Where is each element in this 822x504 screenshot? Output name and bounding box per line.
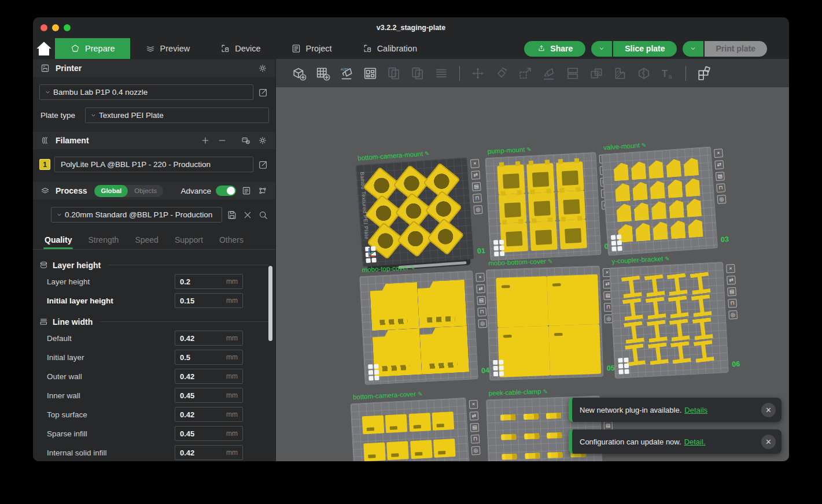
tab-quality[interactable]: Quality: [36, 232, 80, 249]
rename-plate-icon[interactable]: ✎: [665, 255, 670, 262]
tab-preview[interactable]: Preview: [130, 38, 205, 59]
plate-bottom-camera-cover[interactable]: bottom-camera-cover✎×⇄▤⊓◎: [351, 398, 471, 461]
rename-plate-icon[interactable]: ✎: [526, 146, 532, 153]
plate-number[interactable]: 04: [481, 366, 490, 375]
toolbar-add-plate-button[interactable]: [314, 64, 332, 83]
printer-preset-select[interactable]: Bambu Lab P1P 0.4 nozzle: [39, 84, 253, 100]
plate-settings-icon[interactable]: ◎: [728, 310, 738, 320]
model-object[interactable]: [528, 192, 556, 222]
model-object[interactable]: [524, 413, 539, 420]
process-list-button[interactable]: [241, 185, 252, 197]
model-object[interactable]: [616, 203, 632, 223]
model-object[interactable]: [363, 442, 386, 461]
tab-others[interactable]: Others: [211, 232, 252, 249]
slice-plate-dropdown-button[interactable]: [591, 41, 612, 57]
plate-arrange-icon[interactable]: ▤: [477, 296, 486, 305]
add-filament-button[interactable]: [200, 135, 211, 146]
model-object[interactable]: [427, 218, 465, 255]
plate-close-icon[interactable]: ×: [726, 264, 735, 273]
model-object[interactable]: [686, 198, 702, 217]
model-object[interactable]: [497, 326, 550, 377]
ams-sync-button[interactable]: [240, 135, 252, 146]
model-object[interactable]: [666, 159, 681, 178]
param-value-field[interactable]: 0.42mm: [175, 369, 243, 384]
home-button[interactable]: [33, 38, 55, 59]
model-object[interactable]: [385, 414, 408, 433]
plate-number[interactable]: 05: [607, 364, 615, 372]
tab-strength[interactable]: Strength: [80, 232, 127, 249]
filament-slot-badge[interactable]: 1: [39, 159, 50, 170]
model-object[interactable]: [614, 183, 630, 202]
print-plate-button[interactable]: Print plate: [703, 41, 767, 57]
plate-arrange-icon[interactable]: ▤: [727, 287, 736, 297]
tab-device[interactable]: Device: [205, 38, 275, 59]
model-object[interactable]: [548, 452, 563, 458]
model-object[interactable]: [524, 433, 539, 439]
edit-printer-button[interactable]: [257, 87, 269, 98]
plate-close-icon[interactable]: ×: [714, 149, 723, 158]
model-object[interactable]: [547, 275, 599, 326]
plate-number[interactable]: 03: [721, 235, 729, 244]
model-object[interactable]: [529, 221, 558, 251]
plate-name-label[interactable]: mobo-bottom-cover✎: [488, 257, 552, 266]
plate-close-icon[interactable]: ×: [469, 400, 478, 409]
plate-swap-icon[interactable]: ⇄: [727, 276, 736, 285]
model-object[interactable]: [683, 157, 699, 176]
model-object[interactable]: [410, 440, 433, 459]
model-object[interactable]: [499, 194, 527, 224]
plate-name-label[interactable]: bottom-camera-mount✎: [357, 150, 430, 162]
viewport-3d[interactable]: AUTO0PTa bottom-camera-mount✎×⇄▤⊓◎01Bamb…: [276, 59, 789, 461]
model-object[interactable]: [502, 454, 517, 460]
model-object[interactable]: [525, 453, 540, 459]
model-object[interactable]: [386, 441, 409, 460]
model-object[interactable]: [688, 219, 703, 238]
model-object[interactable]: [694, 340, 714, 363]
model-object[interactable]: [653, 221, 668, 240]
model-object[interactable]: [667, 273, 688, 296]
plate-number[interactable]: 06: [732, 360, 740, 369]
model-object[interactable]: [556, 161, 584, 191]
toolbar-assembly-view-button[interactable]: [695, 64, 713, 83]
tab-speed[interactable]: Speed: [127, 232, 166, 249]
sidebar-scrollbar[interactable]: [268, 266, 272, 341]
scope-objects[interactable]: Objects: [128, 185, 163, 197]
advance-toggle[interactable]: [216, 186, 236, 196]
model-object[interactable]: [670, 220, 685, 239]
remove-filament-button[interactable]: [216, 135, 228, 146]
model-object[interactable]: [648, 160, 664, 179]
plate-lock-icon[interactable]: ⊓: [728, 299, 737, 308]
model-object[interactable]: [667, 179, 683, 198]
model-object[interactable]: [691, 294, 712, 317]
rename-plate-icon[interactable]: ✎: [418, 391, 423, 397]
plate-close-icon[interactable]: ×: [470, 159, 480, 168]
plate-settings-icon[interactable]: ◎: [473, 205, 482, 214]
model-object[interactable]: [372, 328, 422, 377]
tab-project[interactable]: Project: [276, 38, 347, 59]
toolbar-add-object-button[interactable]: [290, 64, 308, 83]
print-plate-dropdown-button[interactable]: [683, 41, 703, 57]
model-object[interactable]: [622, 298, 643, 321]
param-value-field[interactable]: 0.5mm: [175, 350, 243, 365]
model-object[interactable]: [645, 297, 666, 320]
plate-settings-icon[interactable]: ◎: [478, 319, 487, 328]
slice-plate-button[interactable]: Slice plate: [612, 41, 676, 57]
model-object[interactable]: [692, 317, 713, 340]
save-preset-button[interactable]: [226, 209, 238, 221]
notification-link[interactable]: Detail.: [684, 438, 706, 446]
model-object[interactable]: [624, 321, 644, 344]
model-object[interactable]: [419, 326, 469, 375]
plate-type-select[interactable]: Textured PEI Plate: [85, 108, 269, 123]
search-settings-button[interactable]: [257, 209, 269, 221]
model-object[interactable]: [670, 341, 691, 364]
toolbar-auto-orient-button[interactable]: AUTO: [337, 64, 356, 83]
model-object[interactable]: [558, 190, 586, 220]
plate-swap-icon[interactable]: ⇄: [476, 284, 485, 294]
model-object[interactable]: [559, 219, 588, 249]
plate-mobo-top-cover[interactable]: mobo-top-cover✎×⇄▤⊓◎04: [359, 270, 478, 385]
process-preset-select[interactable]: 0.20mm Standard @BBL P1P - Production: [51, 207, 222, 223]
param-value-field[interactable]: 0.15mm: [175, 293, 243, 308]
tab-support[interactable]: Support: [167, 232, 211, 249]
rename-plate-icon[interactable]: ✎: [641, 142, 646, 149]
model-object[interactable]: [613, 162, 629, 181]
plate-name-label[interactable]: y-coupler-bracket✎: [611, 255, 670, 265]
